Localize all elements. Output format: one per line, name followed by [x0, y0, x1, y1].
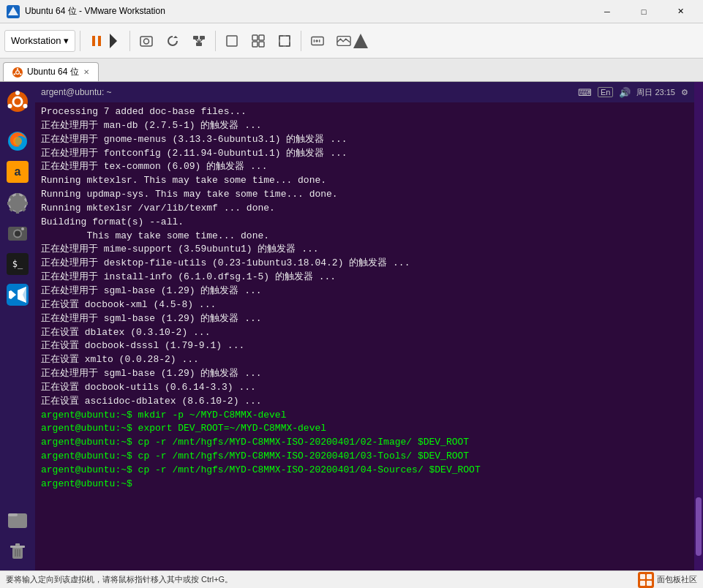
terminal-line: argent@ubuntu:~$ cp -r /mnt/hgfs/MYD-C8M… — [41, 450, 688, 464]
terminal-line: Building format(s) --all. — [41, 216, 688, 230]
svg-point-31 — [14, 73, 15, 75]
magnify-button[interactable] — [332, 28, 372, 54]
tab-bar: Ubuntu 64 位 ✕ — [0, 59, 703, 82]
status-left: argent@ubuntu: ~ — [41, 87, 112, 97]
volume-icon: 🔊 — [619, 87, 631, 98]
toolbar-divider-4 — [301, 31, 301, 51]
title-bar: Ubuntu 64 位 - VMware Workstation ─ □ ✕ — [0, 0, 703, 23]
svg-rect-5 — [140, 37, 152, 46]
svg-point-43 — [15, 231, 20, 237]
svg-rect-17 — [252, 42, 257, 47]
svg-rect-57 — [640, 581, 645, 586]
svg-point-38 — [13, 137, 22, 146]
terminal-line: 正在处理用于 tex-common (6.09) 的触发器 ... — [41, 160, 688, 174]
svg-point-36 — [8, 104, 12, 108]
amazon-icon-box: a — [7, 161, 29, 183]
svg-rect-47 — [8, 513, 18, 516]
svg-rect-9 — [200, 36, 205, 39]
terminal-line: 正在处理用于 gnome-menus (3.13.3-6ubuntu3.1) 的… — [41, 133, 688, 147]
ubuntu-launcher-icon[interactable] — [4, 88, 31, 116]
window-title: Ubuntu 64 位 - VMware Workstation — [25, 5, 590, 18]
screenshot-launcher-icon[interactable] — [4, 219, 31, 247]
terminal-host-label: argent@ubuntu: ~ — [41, 87, 112, 97]
terminal-line: 正在处理用于 sgml-base (1.29) 的触发器 ... — [41, 312, 688, 326]
svg-rect-18 — [259, 42, 264, 47]
svg-point-44 — [21, 227, 24, 230]
workstation-menu-button[interactable]: Workstation ▾ — [4, 30, 75, 52]
clock: 周日 23:15 — [636, 87, 675, 98]
terminal-display[interactable]: Processing 7 added doc-base files...正在处理… — [35, 102, 694, 570]
send-key-button[interactable] — [306, 28, 329, 54]
vm-tab[interactable]: Ubuntu 64 位 ✕ — [3, 62, 99, 81]
svg-rect-58 — [647, 581, 652, 586]
svg-point-29 — [17, 68, 18, 69]
breadboard-logo — [638, 572, 654, 588]
revert-snapshot-button[interactable] — [161, 28, 184, 54]
vscode-launcher-icon[interactable] — [4, 281, 31, 309]
terminal-line: 正在设置 asciidoc-dblatex (8.6.10-2) ... — [41, 395, 688, 409]
terminal-line: argent@ubuntu:~$ export DEV_ROOT=~/MYD-C… — [41, 422, 688, 436]
minimize-button[interactable]: ─ — [590, 4, 624, 19]
terminal-line: 正在设置 xmlto (0.0.28-2) ... — [41, 353, 688, 367]
normal-view-button[interactable] — [220, 28, 244, 54]
brand-panel: 面包板社区 — [638, 572, 697, 588]
terminal-line: 正在处理用于 install-info (6.1.0.dfsg.1-5) 的触发… — [41, 271, 688, 284]
snapshot-manager-button[interactable] — [187, 28, 211, 54]
terminal-line: 正在处理用于 man-db (2.7.5-1) 的触发器 ... — [41, 119, 688, 133]
terminal-wrapper: argent@ubuntu: ~ ⌨ En 🔊 周日 23:15 ⚙ Proce… — [35, 82, 694, 570]
tab-label: Ubuntu 64 位 — [27, 66, 79, 78]
files-launcher-icon[interactable] — [4, 506, 31, 534]
tab-close-button[interactable]: ✕ — [83, 68, 89, 76]
terminal-line: 正在设置 docbook-xml (4.5-8) ... — [41, 298, 688, 312]
terminal-line: Running mktexlsr /var/lib/texmf ... done… — [41, 202, 688, 216]
svg-point-6 — [144, 39, 149, 44]
terminal-launcher-icon[interactable]: $_ — [4, 250, 31, 278]
terminal-line: Processing 7 added doc-base files... — [41, 105, 688, 119]
firefox-launcher-icon[interactable] — [4, 127, 31, 155]
svg-point-30 — [20, 73, 21, 75]
terminal-scrollbar[interactable] — [694, 82, 703, 570]
toolbar-divider-1 — [80, 31, 80, 51]
svg-rect-19 — [279, 36, 290, 46]
terminal-line: 正在设置 docbook-dsssl (1.79-9.1) ... — [41, 339, 688, 353]
terminal-line: argent@ubuntu:~$ cp -r /mnt/hgfs/MYD-C8M… — [41, 464, 688, 478]
amazon-launcher-icon[interactable]: a — [4, 158, 31, 186]
unity-view-button[interactable] — [247, 28, 270, 54]
app-sidebar: a $_ — [0, 82, 35, 570]
language-indicator[interactable]: En — [598, 87, 613, 97]
svg-point-34 — [15, 91, 20, 95]
terminal-line: This may take some time... done. — [41, 230, 688, 244]
snapshot-button[interactable] — [135, 28, 158, 54]
settings-launcher-icon[interactable] — [4, 189, 31, 216]
scrollbar-thumb[interactable] — [696, 497, 702, 556]
svg-rect-3 — [98, 36, 101, 46]
status-bar: 要将输入定向到该虚拟机，请将鼠标指针移入其中或按 Ctrl+G。 面包板社区 — [0, 570, 703, 588]
svg-rect-55 — [640, 574, 645, 579]
terminal-line: 正在设置 docbook-utils (0.6.14-3.3) ... — [41, 381, 688, 395]
toolbar: Workstation ▾ — [0, 23, 703, 59]
terminal-icon-box: $_ — [7, 253, 29, 275]
terminal-line: 正在处理用于 sgml-base (1.29) 的触发器 ... — [41, 284, 688, 298]
help-text: 要将输入定向到该虚拟机，请将鼠标指针移入其中或按 Ctrl+G。 — [6, 574, 233, 585]
status-right: ⌨ En 🔊 周日 23:15 ⚙ — [578, 87, 688, 98]
svg-rect-10 — [196, 42, 202, 46]
terminal-line: 正在处理用于 mime-support (3.59ubuntu1) 的触发器 .… — [41, 243, 688, 257]
vm-area: a $_ — [0, 82, 703, 570]
app-icon — [6, 4, 20, 19]
fullscreen-button[interactable] — [273, 28, 296, 54]
terminal-line: argent@ubuntu:~$ mkdir -p ~/MYD-C8MMX-de… — [41, 409, 688, 423]
terminal-line: argent@ubuntu:~$ — [41, 478, 688, 491]
terminal-line: 正在处理用于 fontconfig (2.11.94-0ubuntu1.1) 的… — [41, 147, 688, 161]
svg-rect-15 — [252, 35, 257, 40]
toolbar-divider-2 — [129, 31, 130, 51]
svg-marker-7 — [173, 36, 178, 38]
maximize-button[interactable]: □ — [627, 4, 661, 19]
trash-launcher-icon[interactable] — [4, 537, 31, 565]
terminal-line: argent@ubuntu:~$ cp -r /mnt/hgfs/MYD-C8M… — [41, 436, 688, 450]
ubuntu-tab-icon — [12, 67, 23, 78]
close-button[interactable]: ✕ — [663, 4, 697, 19]
pause-button[interactable] — [85, 28, 125, 54]
settings-icon[interactable]: ⚙ — [681, 88, 688, 97]
svg-marker-26 — [353, 34, 368, 48]
terminal-line: Running mktexlsr. This may take some tim… — [41, 174, 688, 188]
